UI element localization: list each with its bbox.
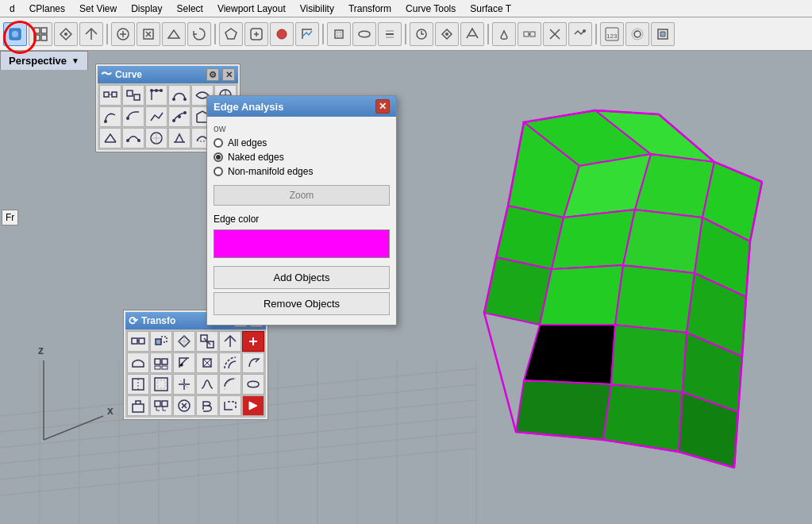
curve-tool-7[interactable] xyxy=(122,106,144,127)
menu-item-curvetools[interactable]: Curve Tools xyxy=(399,2,462,16)
perspective-tab-label: Perspective xyxy=(9,55,67,67)
curve-tool-1[interactable] xyxy=(122,85,144,106)
transform-tool-18[interactable] xyxy=(127,395,149,416)
toolbar-btn-6[interactable] xyxy=(162,22,186,46)
transform-tool-13[interactable] xyxy=(150,374,172,395)
toolbar-btn-1[interactable] xyxy=(29,22,52,46)
transform-tool-19[interactable] xyxy=(150,395,172,416)
toolbar-btn-19[interactable] xyxy=(518,22,541,46)
svg-marker-57 xyxy=(611,325,687,392)
toolbar-btn-21[interactable] xyxy=(568,22,592,46)
toolbar-btn-12[interactable] xyxy=(327,22,351,46)
curve-tool-13[interactable] xyxy=(122,128,144,148)
radio-nonmanifold-edges[interactable]: Non-manifold edges xyxy=(214,166,390,177)
toolbar-btn-7[interactable] xyxy=(187,22,211,46)
radio-all-edges-circle xyxy=(214,138,223,148)
curve-tool-12[interactable] xyxy=(99,128,121,148)
toolbar-btn-3[interactable] xyxy=(79,22,103,46)
curve-tool-9[interactable] xyxy=(168,106,190,127)
transform-tool-22[interactable] xyxy=(219,395,241,416)
transform-tool-15[interactable] xyxy=(196,374,218,395)
transform-tool-12[interactable] xyxy=(127,374,149,395)
svg-marker-58 xyxy=(683,333,742,412)
edge-color-swatch[interactable] xyxy=(214,229,390,258)
transform-tool-4[interactable] xyxy=(219,331,241,352)
perspective-tab[interactable]: Perspective ▼ xyxy=(0,51,88,70)
svg-rect-99 xyxy=(155,359,160,364)
curve-tool-15[interactable] xyxy=(168,128,190,148)
dialog-close-button[interactable]: ✕ xyxy=(375,99,390,114)
radio-nonmanifold-edges-circle xyxy=(214,167,223,176)
svg-point-79 xyxy=(104,120,107,123)
transform-tool-23[interactable] xyxy=(242,395,264,416)
svg-point-80 xyxy=(126,117,129,120)
add-objects-button[interactable]: Add Objects xyxy=(214,266,390,289)
menu-item-transform[interactable]: Transform xyxy=(342,2,398,16)
toolbar-btn-9[interactable] xyxy=(244,22,268,46)
dialog-titlebar[interactable]: Edge Analysis ✕ xyxy=(207,96,396,117)
curve-panel-titlebar[interactable]: 〜 Curve ⚙ ✕ xyxy=(98,66,238,83)
menu-item-display[interactable]: Display xyxy=(125,2,168,16)
radio-all-edges[interactable]: All edges xyxy=(214,137,390,148)
transform-tool-10[interactable] xyxy=(219,353,241,373)
transform-tool-20[interactable] xyxy=(173,395,195,416)
toolbar-btn-13[interactable] xyxy=(352,22,376,46)
toolbar-btn-23[interactable] xyxy=(625,22,649,46)
curve-tool-0[interactable] xyxy=(99,85,121,106)
svg-marker-10 xyxy=(225,29,237,39)
toolbar-btn-4[interactable] xyxy=(111,22,135,46)
svg-rect-66 xyxy=(104,92,109,97)
transform-tool-7[interactable] xyxy=(150,353,172,373)
curve-tool-2[interactable] xyxy=(145,85,167,106)
remove-objects-button[interactable]: Remove Objects xyxy=(214,292,390,315)
toolbar-btn-24[interactable] xyxy=(651,22,675,46)
menu-item-d[interactable]: d xyxy=(3,2,21,16)
svg-rect-16 xyxy=(524,32,529,37)
toolbar-btn-22[interactable]: 123 xyxy=(600,22,624,46)
zoom-button[interactable]: Zoom xyxy=(214,185,390,206)
transform-tool-16[interactable] xyxy=(219,374,241,395)
toolbar-btn-5[interactable] xyxy=(137,22,160,46)
transform-tool-11[interactable] xyxy=(242,353,264,373)
transform-tool-17[interactable] xyxy=(242,374,264,395)
menu-item-setview[interactable]: Set View xyxy=(73,2,123,16)
edge-color-label: Edge color xyxy=(214,214,390,225)
menu-item-surfacet[interactable]: Surface T xyxy=(464,2,518,16)
toolbar-btn-14[interactable] xyxy=(378,22,402,46)
toolbar-btn-8[interactable] xyxy=(219,22,243,46)
toolbar-btn-0[interactable] xyxy=(3,22,27,46)
transform-tool-1[interactable] xyxy=(150,331,172,352)
toolbar-btn-2[interactable] xyxy=(54,22,78,46)
transform-tool-3[interactable] xyxy=(196,331,218,352)
toolbar-btn-10[interactable] xyxy=(270,22,294,46)
radio-naked-edges-circle xyxy=(214,152,223,162)
curve-panel-gear[interactable]: ⚙ xyxy=(206,68,219,81)
transform-tool-8[interactable] xyxy=(173,353,195,373)
radio-naked-edges[interactable]: Naked edges xyxy=(214,152,390,163)
curve-tool-14[interactable] xyxy=(145,128,167,148)
toolbar-btn-20[interactable] xyxy=(543,22,567,46)
curve-tool-3[interactable] xyxy=(168,85,190,106)
toolbar-btn-17[interactable] xyxy=(460,22,484,46)
toolbar-btn-11[interactable] xyxy=(295,22,319,46)
transform-tool-9[interactable] xyxy=(196,353,218,373)
menu-item-select[interactable]: Select xyxy=(171,2,210,16)
menu-item-viewport[interactable]: Viewport Layout xyxy=(211,2,292,16)
curve-tool-8[interactable] xyxy=(145,106,167,127)
svg-point-75 xyxy=(183,98,187,101)
curve-tool-6[interactable] xyxy=(99,106,121,127)
transform-tool-0[interactable] xyxy=(127,331,149,352)
transform-tool-6[interactable] xyxy=(127,353,149,373)
transform-tool-21[interactable] xyxy=(196,395,218,416)
menu-item-visibility[interactable]: Visibility xyxy=(294,2,341,16)
transform-tool-5[interactable] xyxy=(242,331,264,352)
curve-panel-close[interactable]: ✕ xyxy=(222,68,235,81)
toolbar-btn-18[interactable] xyxy=(492,22,516,46)
toolbar-btn-15[interactable] xyxy=(410,22,433,46)
toolbar-btn-16[interactable] xyxy=(435,22,459,46)
menu-item-cplanes[interactable]: CPlanes xyxy=(23,2,71,16)
transform-tool-2[interactable] xyxy=(173,331,195,352)
svg-rect-108 xyxy=(155,401,160,406)
transform-tool-14[interactable] xyxy=(173,374,195,395)
svg-point-86 xyxy=(126,139,129,142)
